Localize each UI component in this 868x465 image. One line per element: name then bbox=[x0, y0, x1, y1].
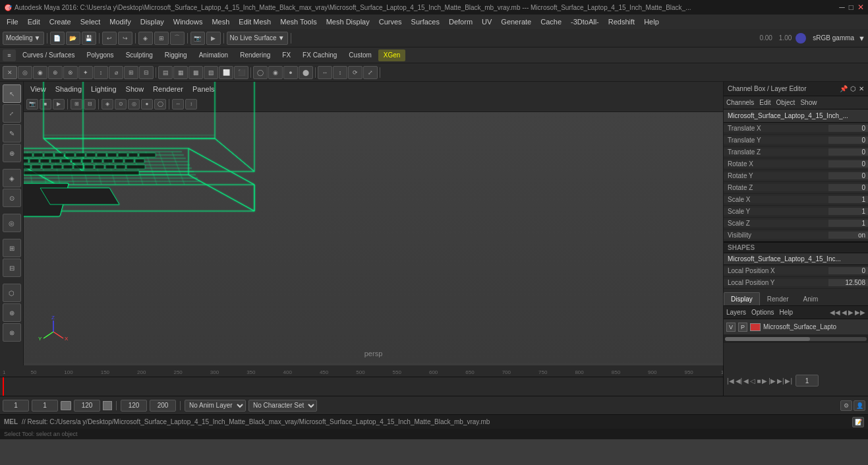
redo-button[interactable]: ↪ bbox=[118, 32, 132, 45]
channel-value[interactable]: 1 bbox=[828, 208, 868, 215]
icon-btn-6[interactable]: ✦ bbox=[78, 66, 93, 79]
anim-layer-select[interactable]: No Anim Layer bbox=[185, 400, 246, 412]
go-end-button[interactable]: ▶| bbox=[784, 377, 793, 385]
icon-btn-8[interactable]: ⌀ bbox=[109, 66, 123, 79]
shapes-channel-value[interactable]: 12.508 bbox=[828, 279, 868, 286]
module-animation[interactable]: Animation bbox=[194, 49, 233, 61]
timeline-main[interactable]: 1501001502002503003504004505005506006507… bbox=[0, 365, 723, 396]
menu-item-help[interactable]: Help bbox=[640, 16, 663, 27]
step-back-button[interactable]: ◀| bbox=[735, 377, 743, 385]
tool-btn-9[interactable]: ⊟ bbox=[3, 259, 21, 277]
icon-btn-9[interactable]: ⊞ bbox=[124, 66, 138, 79]
channel-value[interactable]: 1 bbox=[828, 220, 868, 227]
play-fwd-button[interactable]: ▶ bbox=[761, 377, 768, 385]
menu-item-uv[interactable]: UV bbox=[478, 16, 496, 27]
menu-item-curves[interactable]: Curves bbox=[375, 16, 406, 27]
tool-btn-3[interactable]: ✎ bbox=[3, 124, 21, 142]
icon-btn-22[interactable]: ↕ bbox=[333, 66, 347, 79]
icon-btn-14[interactable]: ▧ bbox=[204, 66, 218, 79]
channel-value[interactable]: 0 bbox=[828, 125, 868, 132]
tool-btn-11[interactable]: ⊕ bbox=[3, 303, 21, 322]
menu-item-surfaces[interactable]: Surfaces bbox=[407, 16, 444, 27]
layer-scrollbar[interactable] bbox=[724, 335, 868, 343]
shapes-channel-value[interactable]: 0 bbox=[828, 267, 868, 274]
module-custom[interactable]: Custom bbox=[343, 49, 376, 61]
layer-arr-3[interactable]: ▶ bbox=[848, 309, 854, 316]
icon-btn-11[interactable]: ▤ bbox=[158, 66, 173, 79]
menu-item-deform[interactable]: Deform bbox=[445, 16, 477, 27]
icon-btn-7[interactable]: ↕ bbox=[94, 66, 108, 79]
tool-btn-10[interactable]: ⬡ bbox=[3, 284, 21, 302]
channel-value[interactable]: 0 bbox=[828, 148, 868, 156]
cb-close-icon[interactable]: ✕ bbox=[859, 85, 864, 92]
options-menu[interactable]: Options bbox=[751, 309, 774, 316]
cb-expand-icon[interactable]: ⬡ bbox=[850, 85, 856, 92]
tool-btn-12[interactable]: ⊗ bbox=[3, 323, 21, 342]
layer-arr-4[interactable]: ▶▶ bbox=[855, 309, 865, 316]
snap-curve-button[interactable]: ⌒ bbox=[170, 32, 185, 45]
save-file-button[interactable]: 💾 bbox=[82, 32, 96, 45]
icon-btn-13[interactable]: ▩ bbox=[188, 66, 203, 79]
menu-item-mesh-tools[interactable]: Mesh Tools bbox=[276, 16, 320, 27]
channel-value[interactable]: 0 bbox=[828, 172, 868, 179]
stop-button[interactable]: ■ bbox=[756, 377, 761, 385]
icon-btn-17[interactable]: ◯ bbox=[253, 66, 268, 79]
tool-btn-5[interactable]: ◈ bbox=[3, 169, 21, 187]
bb-icon-1[interactable]: ⚙ bbox=[840, 400, 852, 411]
menu-item-mesh[interactable]: Mesh bbox=[208, 16, 233, 27]
tool-btn-4[interactable]: ⊕ bbox=[3, 144, 21, 162]
play-back-button[interactable]: ◁ bbox=[749, 377, 756, 385]
live-surface-dropdown[interactable]: No Live Surface ▼ bbox=[227, 32, 288, 45]
tool-btn-6[interactable]: ⊙ bbox=[3, 189, 21, 207]
menu-item-windows[interactable]: Windows bbox=[169, 16, 207, 27]
channel-value[interactable]: 0 bbox=[828, 137, 868, 144]
edit-menu[interactable]: Edit bbox=[759, 99, 770, 106]
channel-value[interactable]: 0 bbox=[828, 160, 868, 168]
module-xgen[interactable]: XGen bbox=[378, 49, 406, 61]
module-fx[interactable]: FX bbox=[277, 49, 296, 61]
select-tool-button[interactable]: ↖ bbox=[3, 84, 21, 103]
display-tab-render[interactable]: Render bbox=[760, 292, 796, 305]
range-start-input[interactable] bbox=[3, 400, 29, 412]
icon-btn-10[interactable]: ⊟ bbox=[139, 66, 154, 79]
snap-grid-button[interactable]: ⊞ bbox=[154, 32, 169, 45]
tool-btn-7[interactable]: ◎ bbox=[3, 214, 21, 232]
channels-menu[interactable]: Channels bbox=[726, 99, 754, 106]
mel-mode-label[interactable]: MEL bbox=[4, 418, 18, 425]
current-frame-input[interactable] bbox=[796, 375, 819, 387]
icon-btn-12[interactable]: ▦ bbox=[173, 66, 188, 79]
undo-button[interactable]: ↩ bbox=[102, 32, 117, 45]
module-fx-caching[interactable]: FX Caching bbox=[297, 49, 342, 61]
step-fwd-button[interactable]: ▶| bbox=[776, 377, 785, 385]
menu-item-modify[interactable]: Modify bbox=[105, 16, 134, 27]
camera-button[interactable]: 📷 bbox=[190, 32, 205, 45]
minimize-button[interactable]: ─ bbox=[839, 3, 845, 12]
menu-item--3dtoall-[interactable]: -3DtoAll- bbox=[567, 16, 603, 27]
icon-btn-20[interactable]: ⬤ bbox=[299, 66, 313, 79]
mode-dropdown[interactable]: Modeling ▼ bbox=[3, 32, 44, 45]
icon-btn-18[interactable]: ◉ bbox=[268, 66, 283, 79]
layers-menu[interactable]: Layers bbox=[726, 309, 746, 316]
playback-end-input[interactable] bbox=[121, 400, 147, 412]
range-start2-input[interactable] bbox=[32, 400, 58, 412]
module-toggle-button[interactable]: ≡ bbox=[3, 49, 16, 61]
range-end-input[interactable] bbox=[74, 400, 100, 412]
module-sculpting[interactable]: Sculpting bbox=[121, 49, 158, 61]
icon-btn-4[interactable]: ⊕ bbox=[48, 66, 63, 79]
layer-arr-2[interactable]: ◀ bbox=[842, 309, 847, 316]
menu-item-select[interactable]: Select bbox=[76, 16, 105, 27]
max-end-input[interactable] bbox=[150, 400, 176, 412]
layer-playback-button[interactable]: P bbox=[738, 323, 747, 332]
character-set-select[interactable]: No Character Set bbox=[248, 400, 317, 412]
maximize-button[interactable]: □ bbox=[849, 3, 854, 12]
tool-btn-8[interactable]: ⊞ bbox=[3, 239, 21, 257]
viewport[interactable]: View Shading Lighting Show Renderer Pane… bbox=[24, 82, 723, 365]
prev-frame-button[interactable]: ◀ bbox=[743, 377, 749, 385]
menu-item-generate[interactable]: Generate bbox=[497, 16, 535, 27]
icon-btn-24[interactable]: ⤢ bbox=[363, 66, 378, 79]
channel-value[interactable]: 0 bbox=[828, 184, 868, 191]
icon-btn-3[interactable]: ◉ bbox=[33, 66, 47, 79]
script-editor-button[interactable]: 📝 bbox=[852, 417, 864, 427]
display-tab-anim[interactable]: Anim bbox=[796, 292, 826, 305]
channel-value[interactable]: on bbox=[828, 232, 868, 239]
